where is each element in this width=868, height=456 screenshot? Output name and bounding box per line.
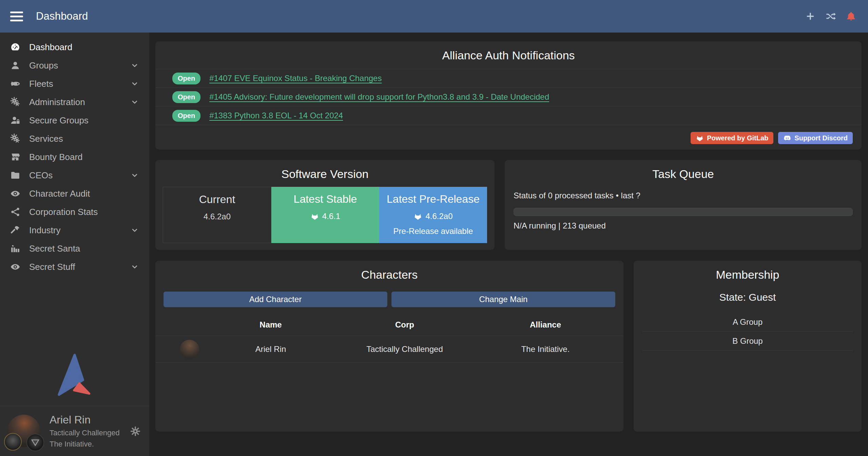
sidebar-item-ceos[interactable]: CEOs [0,166,149,184]
powered-by-gitlab-badge[interactable]: Powered by GitLab [691,132,773,144]
version-prerelease-note: Pre-Release available [379,226,487,236]
sidebar-item-corporation-stats[interactable]: Corporation Stats [0,203,149,221]
menu-toggle-icon[interactable] [10,12,23,21]
sidebar-item-secret-santa[interactable]: Secret Santa [0,239,149,258]
eye-icon [10,262,20,272]
sidebar-item-label: Industry [29,225,61,236]
notifications-panel: Alliance Auth Notifications Open#1407 EV… [155,41,862,150]
version-stable-label: Latest Stable [271,193,379,205]
gitlab-icon [310,212,319,221]
sidebar-item-label: Services [29,134,63,144]
character-row: Ariel RinTactically ChallengedThe Initia… [155,336,623,363]
version-current: Current 4.6.2a0 [163,187,271,243]
version-boxes: Current 4.6.2a0 Latest Stable 4.6.1 Late… [163,187,487,243]
notification-row: Open#1407 EVE Equinox Status - Breaking … [155,69,862,88]
sidebar-item-secure-groups[interactable]: Secure Groups [0,111,149,130]
column-header-name: Name [199,316,342,336]
membership-panel: Membership State: Guest A GroupB Group [634,261,862,432]
gitlab-icon [413,212,422,221]
sidebar-item-bounty-board[interactable]: Bounty Board [0,148,149,166]
version-current-label: Current [163,193,271,206]
sidebar-item-label: Dashboard [29,42,72,53]
version-current-value: 4.6.2a0 [204,212,231,221]
sidebar-item-industry[interactable]: Industry [0,221,149,239]
software-version-panel: Software Version Current 4.6.2a0 Latest … [155,160,495,250]
gauge-icon [10,42,20,52]
sidebar-item-dashboard[interactable]: Dashboard [0,38,149,56]
badge-label: Powered by GitLab [707,134,768,142]
membership-state: State: Guest [634,292,862,303]
user-alliance: The Initiative. [50,439,120,449]
gears-icon [10,134,20,144]
characters-table-body: Ariel RinTactically ChallengedThe Initia… [155,336,623,363]
chevron-down-icon [130,79,139,88]
chevron-down-icon [130,61,139,70]
task-queue-panel: Task Queue Status of 0 processed tasks •… [505,160,862,250]
membership-group-a-group: A Group [642,313,853,332]
gear-icon [130,425,141,437]
status-badge: Open [172,110,200,122]
alliance-auth-logo [0,353,149,406]
support-discord-badge[interactable]: Support Discord [778,132,853,144]
sidebar-item-groups[interactable]: Groups [0,56,149,75]
user-card: Ariel Rin Tactically Challenged The Init… [0,406,149,456]
sidebar: DashboardGroupsFleetsAdministrationSecur… [0,33,149,456]
folder-icon [10,170,20,180]
membership-title: Membership [634,261,862,281]
gears-icon [10,97,20,107]
shuffle-icon[interactable] [825,11,836,22]
bell-icon[interactable] [846,11,856,22]
sidebar-item-label: CEOs [29,170,53,181]
store-icon [10,152,20,162]
shuffle-icon [825,11,836,22]
navbar-actions [805,11,868,22]
sidebar-item-fleets[interactable]: Fleets [0,75,149,93]
characters-table: Name Corp Alliance Ariel RinTactically C… [155,316,623,363]
user-settings-gear-icon[interactable] [130,425,141,437]
user-lock-icon [10,115,20,125]
notification-link[interactable]: #1383 Python 3.8 EOL - 14 Oct 2024 [209,111,343,120]
character-name: Ariel Rin [199,344,342,354]
add-character-button[interactable]: Add Character [163,292,387,307]
sidebar-item-label: Secret Stuff [29,262,75,272]
sidebar-item-label: Secret Santa [29,243,80,254]
notifications-title: Alliance Auth Notifications [155,41,862,62]
column-header-corp: Corp [342,316,467,336]
task-queue-title: Task Queue [514,160,853,181]
plus-icon [805,11,816,22]
version-stable: Latest Stable 4.6.1 [271,187,379,243]
sidebar-item-label: Corporation Stats [29,207,98,217]
version-prerelease-value: 4.6.2a0 [425,212,452,221]
alliance-logo-badge [26,434,44,451]
notification-link[interactable]: #1407 EVE Equinox Status - Breaking Chan… [209,74,382,83]
chevron-down-icon [130,171,139,180]
hammer-icon [10,225,20,235]
notification-link[interactable]: #1405 Advisory: Future development will … [209,92,549,102]
chevron-down-icon [130,226,139,235]
chevron-down-icon [130,98,139,106]
chevron-down-icon [130,262,139,271]
change-main-button[interactable]: Change Main [391,292,615,307]
character-corp: Tactically Challenged [342,344,467,354]
sidebar-item-character-audit[interactable]: Character Audit [0,184,149,203]
sidebar-item-label: Fleets [29,79,53,89]
user-avatar-group [7,415,40,447]
user-icon [10,60,20,71]
gitlab-icon [696,134,704,142]
bell-icon [846,11,856,22]
corp-logo-badge [4,433,22,451]
plus-icon[interactable] [805,11,816,22]
sidebar-item-administration[interactable]: Administration [0,93,149,111]
gitlab-icon [413,212,422,221]
notification-row: Open#1383 Python 3.8 EOL - 14 Oct 2024 [155,106,862,125]
logo-icon [54,353,95,396]
character-alliance: The Initiative. [467,344,623,354]
rocket-icon [10,79,20,89]
sidebar-item-secret-stuff[interactable]: Secret Stuff [0,258,149,276]
status-badge: Open [172,91,200,103]
characters-panel: Characters Add Character Change Main Nam… [155,261,623,432]
column-header-alliance: Alliance [467,316,623,336]
eye-icon [10,189,20,199]
sidebar-item-services[interactable]: Services [0,130,149,148]
header-spacer [155,321,199,331]
